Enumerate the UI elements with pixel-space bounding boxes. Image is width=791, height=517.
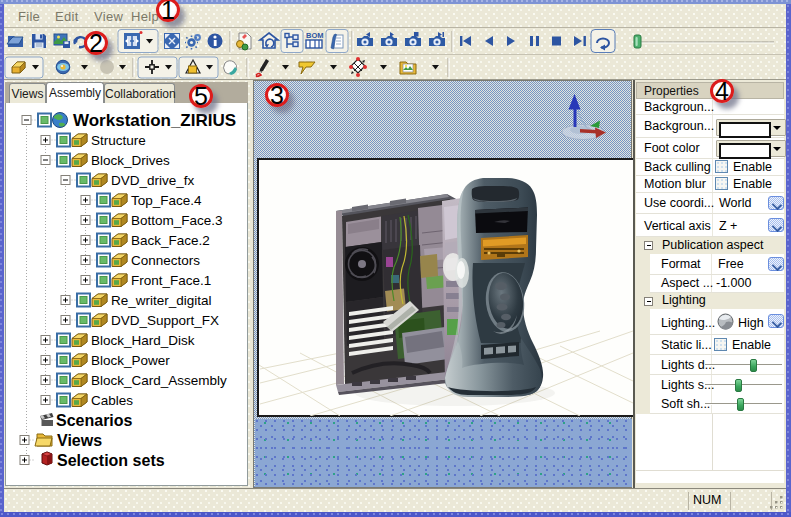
svg-text:Front_Face.1: Front_Face.1 bbox=[131, 273, 211, 288]
svg-text:Block_Drives: Block_Drives bbox=[91, 153, 170, 168]
svg-text:Structure: Structure bbox=[91, 133, 146, 148]
svg-text:Top_Face.4: Top_Face.4 bbox=[131, 193, 202, 208]
svg-text:Bottom_Face.3: Bottom_Face.3 bbox=[131, 213, 223, 228]
svg-text:Block_Card_Assembly: Block_Card_Assembly bbox=[91, 373, 227, 388]
svg-text:Views: Views bbox=[57, 432, 102, 449]
svg-text:BOM: BOM bbox=[306, 31, 324, 40]
svg-text:DVD_drive_fx: DVD_drive_fx bbox=[111, 173, 195, 188]
svg-text:Workstation_ZIRIUS: Workstation_ZIRIUS bbox=[73, 111, 236, 130]
svg-text:Cables: Cables bbox=[91, 393, 133, 408]
svg-text:DVD_Support_FX: DVD_Support_FX bbox=[111, 313, 219, 328]
svg-text:Scenarios: Scenarios bbox=[56, 412, 133, 429]
svg-text:Re_writer_digital: Re_writer_digital bbox=[111, 293, 212, 308]
svg-text:Selection sets: Selection sets bbox=[57, 452, 165, 469]
svg-text:Block_Power: Block_Power bbox=[91, 353, 170, 368]
svg-text:Connectors: Connectors bbox=[131, 253, 200, 268]
svg-text:Block_Hard_Disk: Block_Hard_Disk bbox=[91, 333, 195, 348]
svg-text:Back_Face.2: Back_Face.2 bbox=[131, 233, 210, 248]
